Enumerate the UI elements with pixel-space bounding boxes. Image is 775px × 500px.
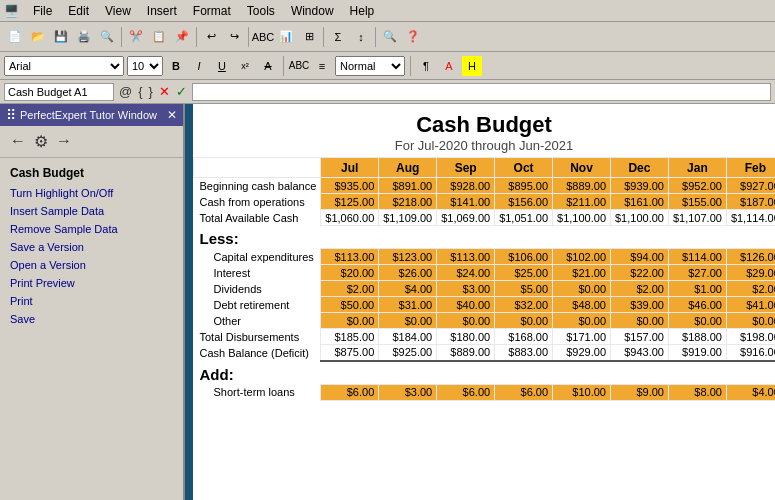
sidebar-link-2[interactable]: Remove Sample Data [0, 220, 183, 238]
data-cell[interactable]: $6.00 [321, 384, 379, 400]
data-cell[interactable]: $6.00 [495, 384, 553, 400]
data-cell[interactable]: $20.00 [321, 265, 379, 281]
nav-back-icon[interactable]: ← [10, 132, 26, 151]
data-cell[interactable]: $889.00 [437, 345, 495, 361]
data-cell[interactable]: $943.00 [611, 345, 669, 361]
data-cell[interactable]: $2.00 [321, 281, 379, 297]
sort-btn[interactable]: ↕ [350, 26, 372, 48]
data-cell[interactable]: $39.00 [611, 297, 669, 313]
data-cell[interactable]: $187.00 [726, 194, 775, 210]
data-cell[interactable]: $1,109.00 [379, 210, 437, 226]
data-cell[interactable]: $889.00 [553, 178, 611, 194]
menu-format[interactable]: Format [185, 2, 239, 20]
data-cell[interactable]: $1,107.00 [668, 210, 726, 226]
menu-tools[interactable]: Tools [239, 2, 283, 20]
data-cell[interactable]: $935.00 [321, 178, 379, 194]
data-cell[interactable]: $141.00 [437, 194, 495, 210]
data-cell[interactable]: $123.00 [379, 249, 437, 265]
data-cell[interactable]: $21.00 [553, 265, 611, 281]
abc-btn[interactable]: ABC [289, 56, 309, 76]
data-cell[interactable]: $161.00 [611, 194, 669, 210]
data-cell[interactable]: $0.00 [668, 313, 726, 329]
data-cell[interactable]: $168.00 [495, 329, 553, 345]
cell-ref-input[interactable] [4, 83, 114, 101]
underline-btn[interactable]: U [212, 56, 232, 76]
help-btn[interactable]: ❓ [402, 26, 424, 48]
data-cell[interactable]: $916.00 [726, 345, 775, 361]
data-cell[interactable]: $155.00 [668, 194, 726, 210]
data-cell[interactable]: $94.00 [611, 249, 669, 265]
zoom-btn[interactable]: 🔍 [379, 26, 401, 48]
data-cell[interactable]: $156.00 [495, 194, 553, 210]
data-cell[interactable]: $106.00 [495, 249, 553, 265]
data-cell[interactable]: $5.00 [495, 281, 553, 297]
data-cell[interactable]: $925.00 [379, 345, 437, 361]
data-cell[interactable]: $211.00 [553, 194, 611, 210]
data-cell[interactable]: $0.00 [726, 313, 775, 329]
menu-view[interactable]: View [97, 2, 139, 20]
italic-btn[interactable]: I [189, 56, 209, 76]
nav-home-icon[interactable]: ⚙ [34, 132, 48, 151]
data-cell[interactable]: $25.00 [495, 265, 553, 281]
data-cell[interactable]: $1,100.00 [611, 210, 669, 226]
data-cell[interactable]: $927.00 [726, 178, 775, 194]
sidebar-link-7[interactable]: Save [0, 310, 183, 328]
data-cell[interactable]: $40.00 [437, 297, 495, 313]
save-btn[interactable]: 💾 [50, 26, 72, 48]
data-cell[interactable]: $0.00 [321, 313, 379, 329]
data-cell[interactable]: $929.00 [553, 345, 611, 361]
preview-btn[interactable]: 🔍 [96, 26, 118, 48]
data-cell[interactable]: $157.00 [611, 329, 669, 345]
justify-btn[interactable]: ≡ [312, 56, 332, 76]
data-cell[interactable]: $1,114.00 [726, 210, 775, 226]
menu-help[interactable]: Help [342, 2, 383, 20]
data-cell[interactable]: $883.00 [495, 345, 553, 361]
data-cell[interactable]: $875.00 [321, 345, 379, 361]
data-cell[interactable]: $4.00 [726, 384, 775, 400]
bold-btn[interactable]: B [166, 56, 186, 76]
data-cell[interactable]: $125.00 [321, 194, 379, 210]
data-cell[interactable]: $27.00 [668, 265, 726, 281]
menu-insert[interactable]: Insert [139, 2, 185, 20]
data-cell[interactable]: $4.00 [379, 281, 437, 297]
open-btn[interactable]: 📂 [27, 26, 49, 48]
highlight-btn[interactable]: H [462, 56, 482, 76]
data-cell[interactable]: $1.00 [668, 281, 726, 297]
new-btn[interactable]: 📄 [4, 26, 26, 48]
sidebar-link-3[interactable]: Save a Version [0, 238, 183, 256]
data-cell[interactable]: $50.00 [321, 297, 379, 313]
data-cell[interactable]: $0.00 [553, 313, 611, 329]
sidebar-link-4[interactable]: Open a Version [0, 256, 183, 274]
data-cell[interactable]: $1,060.00 [321, 210, 379, 226]
data-cell[interactable]: $928.00 [437, 178, 495, 194]
data-cell[interactable]: $2.00 [611, 281, 669, 297]
data-cell[interactable]: $919.00 [668, 345, 726, 361]
data-cell[interactable]: $26.00 [379, 265, 437, 281]
sidebar-link-6[interactable]: Print [0, 292, 183, 310]
spell-btn[interactable]: ABC [252, 26, 274, 48]
data-cell[interactable]: $126.00 [726, 249, 775, 265]
data-cell[interactable]: $31.00 [379, 297, 437, 313]
color-btn[interactable]: A [439, 56, 459, 76]
data-cell[interactable]: $32.00 [495, 297, 553, 313]
superscript-btn[interactable]: x² [235, 56, 255, 76]
data-cell[interactable]: $218.00 [379, 194, 437, 210]
para-btn[interactable]: ¶ [416, 56, 436, 76]
data-cell[interactable]: $891.00 [379, 178, 437, 194]
data-cell[interactable]: $0.00 [611, 313, 669, 329]
data-cell[interactable]: $180.00 [437, 329, 495, 345]
sidebar-link-0[interactable]: Turn Highlight On/Off [0, 184, 183, 202]
curly-open-icon[interactable]: { [136, 84, 144, 99]
size-select[interactable]: 10 [127, 56, 163, 76]
data-cell[interactable]: $3.00 [379, 384, 437, 400]
data-cell[interactable]: $41.00 [726, 297, 775, 313]
data-cell[interactable]: $2.00 [726, 281, 775, 297]
data-cell[interactable]: $185.00 [321, 329, 379, 345]
data-cell[interactable]: $102.00 [553, 249, 611, 265]
curly-close-icon[interactable]: } [147, 84, 155, 99]
data-cell[interactable]: $113.00 [437, 249, 495, 265]
data-cell[interactable]: $22.00 [611, 265, 669, 281]
data-cell[interactable]: $9.00 [611, 384, 669, 400]
paste-btn[interactable]: 📌 [171, 26, 193, 48]
data-cell[interactable]: $0.00 [495, 313, 553, 329]
